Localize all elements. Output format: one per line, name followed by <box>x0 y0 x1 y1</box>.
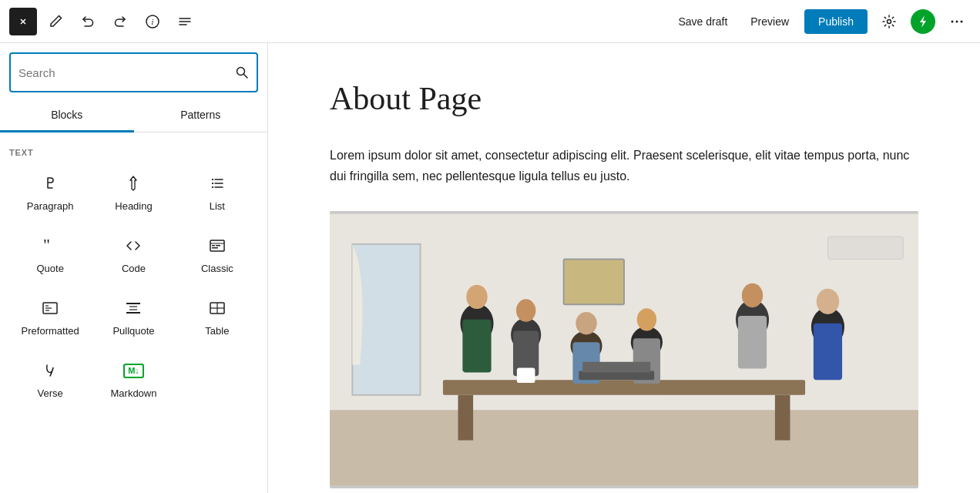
block-item-markdown[interactable]: M↓ Markdown <box>92 349 174 410</box>
search-input-wrap <box>9 52 258 92</box>
block-label-verse: Verse <box>38 387 63 399</box>
list-icon <box>206 173 228 194</box>
page-image <box>330 211 918 488</box>
block-item-table[interactable]: Table <box>176 287 258 347</box>
close-button[interactable] <box>9 8 37 35</box>
block-item-paragraph[interactable]: Paragraph <box>9 162 91 223</box>
quote-icon: " <box>39 235 61 257</box>
block-label-list: List <box>210 200 225 212</box>
svg-line-14 <box>244 75 248 79</box>
redo-icon <box>112 14 128 29</box>
markdown-icon: M↓ <box>123 360 144 381</box>
svg-point-8 <box>888 19 891 23</box>
svg-point-12 <box>961 20 963 22</box>
page-title: About Page <box>330 80 918 117</box>
close-icon <box>17 15 29 28</box>
preview-button[interactable]: Preview <box>743 11 797 32</box>
svg-rect-48 <box>462 320 491 373</box>
block-label-classic: Classic <box>201 263 233 274</box>
svg-rect-66 <box>517 368 535 384</box>
undo-icon <box>80 14 96 29</box>
svg-point-47 <box>466 285 487 309</box>
main-layout: Blocks Patterns TEXT Paragraph <box>0 43 980 493</box>
heading-icon <box>123 173 144 194</box>
undo-button[interactable] <box>74 8 102 35</box>
block-label-paragraph: Paragraph <box>27 200 74 212</box>
block-label-heading: Heading <box>115 200 152 212</box>
svg-rect-42 <box>330 411 918 486</box>
svg-rect-19 <box>212 183 213 184</box>
block-item-verse[interactable]: Verse <box>9 349 91 410</box>
toolbar-right: Save draft Preview Publish <box>670 8 971 35</box>
more-options-button[interactable] <box>943 8 971 35</box>
svg-text:i: i <box>152 18 154 26</box>
block-label-code: Code <box>122 263 146 274</box>
block-item-heading[interactable]: Heading <box>92 162 174 223</box>
block-item-preformatted[interactable]: Preformatted <box>9 287 91 347</box>
search-icon <box>235 65 249 79</box>
svg-rect-40 <box>352 244 420 395</box>
search-button[interactable] <box>235 65 249 79</box>
sidebar: Blocks Patterns TEXT Paragraph <box>0 43 268 493</box>
blocks-list: TEXT Paragraph <box>0 132 267 493</box>
block-item-quote[interactable]: " Quote <box>9 224 91 285</box>
svg-point-53 <box>576 312 596 334</box>
svg-point-59 <box>742 283 763 307</box>
settings-button[interactable] <box>875 8 903 35</box>
edit-button[interactable] <box>42 8 69 35</box>
paragraph-icon <box>39 173 61 194</box>
list-view-button[interactable] <box>171 8 199 35</box>
svg-rect-24 <box>212 245 215 246</box>
avatar[interactable] <box>911 9 935 34</box>
preformatted-icon <box>39 297 61 319</box>
info-icon: i <box>145 14 160 29</box>
svg-rect-20 <box>212 186 213 188</box>
gear-icon <box>881 14 897 29</box>
svg-rect-25 <box>216 245 220 246</box>
svg-text:": " <box>43 236 50 254</box>
svg-point-11 <box>956 20 958 22</box>
svg-rect-60 <box>738 316 767 369</box>
svg-rect-18 <box>212 179 213 180</box>
svg-point-10 <box>951 20 954 22</box>
publish-button[interactable]: Publish <box>804 9 868 34</box>
content-image <box>330 211 918 488</box>
info-button[interactable]: i <box>139 8 166 35</box>
search-box <box>0 43 267 92</box>
svg-rect-65 <box>582 362 650 373</box>
tab-blocks[interactable]: Blocks <box>0 99 134 132</box>
svg-rect-68 <box>827 236 903 259</box>
classic-icon <box>206 235 228 257</box>
block-item-list[interactable]: List <box>176 162 258 223</box>
svg-rect-26 <box>212 247 218 249</box>
block-label-preformatted: Preformatted <box>22 325 79 337</box>
block-item-pullquote[interactable]: Pullquote <box>92 287 174 347</box>
save-draft-button[interactable]: Save draft <box>670 11 735 32</box>
svg-point-56 <box>637 309 656 331</box>
blocks-grid: Paragraph Heading <box>9 162 258 410</box>
content-area: About Page Lorem ipsum dolor sit amet, c… <box>268 43 980 493</box>
redo-button[interactable] <box>106 8 134 35</box>
code-icon <box>123 235 144 257</box>
block-label-markdown: Markdown <box>111 387 157 399</box>
toolbar-left: i <box>9 8 199 35</box>
pullquote-icon <box>123 297 144 319</box>
block-label-quote: Quote <box>36 263 63 274</box>
list-view-icon <box>177 14 193 29</box>
table-icon <box>206 297 228 319</box>
block-item-classic[interactable]: Classic <box>176 224 258 285</box>
block-item-code[interactable]: Code <box>92 224 174 285</box>
svg-point-62 <box>817 289 839 314</box>
lightning-icon <box>915 14 931 29</box>
tab-patterns[interactable]: Patterns <box>134 99 268 132</box>
tabs: Blocks Patterns <box>0 99 267 132</box>
search-input[interactable] <box>18 66 235 79</box>
verse-icon <box>39 360 61 381</box>
svg-rect-67 <box>564 260 624 305</box>
svg-rect-63 <box>814 324 842 380</box>
block-label-pullquote: Pullquote <box>112 325 154 337</box>
svg-point-50 <box>516 300 535 322</box>
svg-rect-44 <box>458 395 474 441</box>
svg-rect-43 <box>443 381 805 396</box>
svg-marker-9 <box>920 15 926 28</box>
